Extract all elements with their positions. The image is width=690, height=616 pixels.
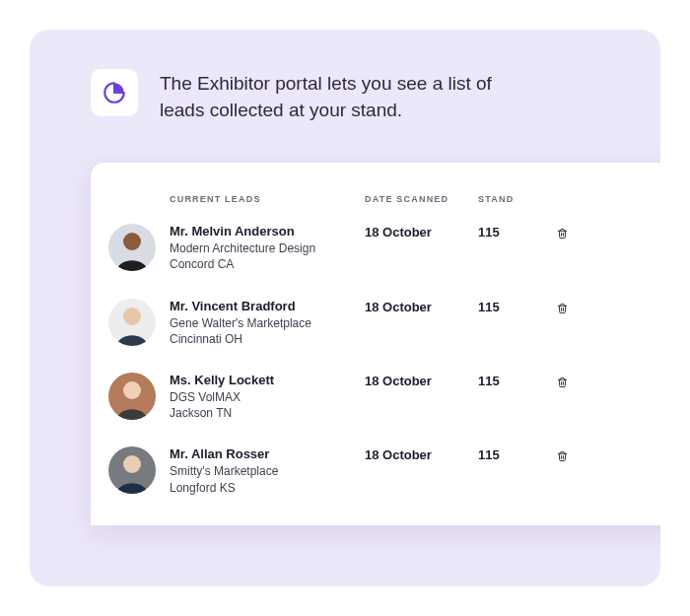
lead-location: Jackson TN bbox=[170, 405, 353, 421]
svg-point-3 bbox=[123, 455, 141, 473]
avatar bbox=[108, 224, 156, 271]
hero-section: The Exhibitor portal lets you see a list… bbox=[30, 69, 660, 123]
trash-icon bbox=[557, 375, 568, 391]
lead-info: Mr. Melvin Anderson Modern Architecture … bbox=[170, 224, 365, 272]
lead-name: Ms. Kelly Lockett bbox=[170, 373, 353, 387]
lead-row: Mr. Vincent Bradford Gene Walter's Marke… bbox=[108, 299, 660, 347]
lead-row: Mr. Melvin Anderson Modern Architecture … bbox=[108, 224, 660, 272]
trash-icon bbox=[557, 448, 568, 465]
leads-card: CURRENT LEADS DATE SCANNED STAND Mr. Mel… bbox=[91, 163, 660, 525]
avatar bbox=[108, 446, 156, 494]
lead-info: Mr. Vincent Bradford Gene Walter's Marke… bbox=[170, 299, 365, 347]
svg-point-0 bbox=[123, 233, 141, 250]
avatar bbox=[108, 299, 156, 346]
delete-lead-button[interactable] bbox=[557, 224, 568, 243]
lead-location: Concord CA bbox=[170, 256, 353, 272]
hero-text: The Exhibitor portal lets you see a list… bbox=[160, 69, 534, 123]
lead-date-scanned: 18 October bbox=[365, 299, 478, 314]
pie-chart-icon bbox=[102, 80, 127, 105]
lead-name: Mr. Vincent Bradford bbox=[170, 299, 353, 313]
promo-card: The Exhibitor portal lets you see a list… bbox=[30, 30, 660, 586]
delete-lead-button[interactable] bbox=[557, 373, 568, 392]
lead-info: Ms. Kelly Lockett DGS VolMAX Jackson TN bbox=[170, 373, 365, 421]
lead-company: DGS VolMAX bbox=[170, 389, 353, 405]
svg-point-2 bbox=[123, 381, 141, 399]
column-header-date: DATE SCANNED bbox=[365, 194, 478, 204]
lead-stand: 115 bbox=[478, 299, 557, 314]
lead-name: Mr. Allan Rosser bbox=[170, 446, 353, 461]
trash-icon bbox=[557, 226, 568, 242]
lead-row: Ms. Kelly Lockett DGS VolMAX Jackson TN … bbox=[108, 373, 660, 421]
lead-stand: 115 bbox=[478, 446, 557, 462]
delete-lead-button[interactable] bbox=[557, 299, 568, 318]
lead-company: Gene Walter's Marketplace bbox=[170, 315, 353, 331]
column-header-stand: STAND bbox=[478, 194, 557, 204]
delete-lead-button[interactable] bbox=[557, 446, 568, 466]
lead-date-scanned: 18 October bbox=[365, 446, 478, 462]
trash-icon bbox=[557, 301, 568, 317]
lead-company: Modern Architecture Design bbox=[170, 240, 353, 256]
leads-table-header: CURRENT LEADS DATE SCANNED STAND bbox=[108, 194, 660, 204]
lead-stand: 115 bbox=[478, 224, 557, 240]
svg-point-1 bbox=[123, 308, 141, 325]
lead-name: Mr. Melvin Anderson bbox=[170, 224, 353, 239]
lead-location: Cincinnati OH bbox=[170, 331, 353, 347]
lead-row: Mr. Allan Rosser Smitty's Marketplace Lo… bbox=[108, 446, 660, 495]
lead-company: Smitty's Marketplace bbox=[170, 463, 353, 479]
lead-location: Longford KS bbox=[170, 480, 353, 496]
lead-info: Mr. Allan Rosser Smitty's Marketplace Lo… bbox=[170, 446, 365, 495]
column-header-leads: CURRENT LEADS bbox=[170, 194, 365, 204]
avatar bbox=[108, 373, 156, 420]
leads-table-body: Mr. Melvin Anderson Modern Architecture … bbox=[108, 224, 660, 496]
lead-stand: 115 bbox=[478, 373, 557, 388]
lead-date-scanned: 18 October bbox=[365, 224, 478, 240]
hero-icon-box bbox=[91, 69, 138, 116]
lead-date-scanned: 18 October bbox=[365, 373, 478, 388]
